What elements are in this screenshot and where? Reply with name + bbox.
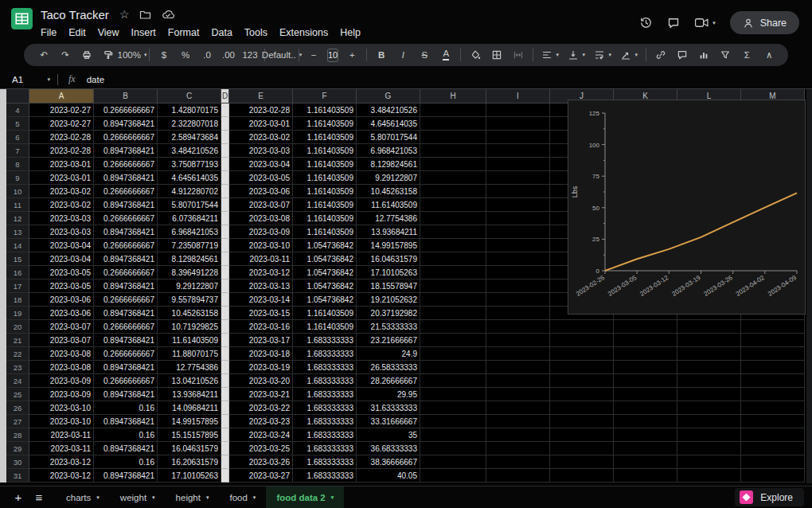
- cell-D27[interactable]: [221, 415, 229, 428]
- cell-F22[interactable]: 1.683333333: [293, 347, 357, 361]
- cell-B15[interactable]: 0.8947368421: [94, 252, 158, 266]
- menu-data[interactable]: Data: [205, 25, 237, 40]
- cell-G24[interactable]: 28.26666667: [357, 374, 420, 388]
- cell-E4[interactable]: 2023-02-28: [229, 104, 293, 117]
- cell-I17[interactable]: [486, 279, 550, 293]
- percent-format-button[interactable]: %: [175, 46, 196, 64]
- cell-I23[interactable]: [486, 361, 550, 374]
- select-all-corner[interactable]: [6, 89, 29, 104]
- cell-D18[interactable]: [221, 293, 229, 307]
- cell-J20[interactable]: [550, 320, 614, 334]
- cell-B9[interactable]: 0.8947368421: [94, 171, 158, 185]
- cell-G26[interactable]: 31.63333333: [357, 401, 420, 415]
- share-button[interactable]: Share: [730, 11, 799, 34]
- cell-G18[interactable]: 19.21052632: [357, 293, 420, 307]
- cell-L30[interactable]: [677, 455, 741, 469]
- cell-G14[interactable]: 14.99157895: [357, 239, 420, 252]
- column-header-H[interactable]: H: [420, 89, 486, 104]
- cell-E11[interactable]: 2023-03-07: [229, 198, 293, 212]
- cell-F27[interactable]: 1.683333333: [293, 415, 357, 428]
- cell-A17[interactable]: 2023-03-05: [29, 279, 94, 293]
- cell-A30[interactable]: 2023-03-12: [29, 455, 94, 469]
- cell-C5[interactable]: 2.322807018: [158, 117, 221, 131]
- cell-A19[interactable]: 2023-03-06: [29, 307, 94, 320]
- cell-A28[interactable]: 2023-03-11: [29, 428, 94, 442]
- cell-B10[interactable]: 0.2666666667: [94, 185, 158, 198]
- borders-button[interactable]: [486, 46, 507, 64]
- cell-A31[interactable]: 2023-03-12: [29, 469, 94, 483]
- collapse-toolbar-icon[interactable]: ∧: [759, 46, 779, 64]
- cell-F24[interactable]: 1.683333333: [293, 374, 357, 388]
- cell-A9[interactable]: 2023-03-01: [29, 171, 94, 185]
- star-icon[interactable]: ☆: [119, 9, 130, 20]
- cell-B18[interactable]: 0.2666666667: [94, 293, 158, 307]
- cell-E17[interactable]: 2023-03-13: [229, 279, 293, 293]
- column-header-F[interactable]: F: [293, 89, 357, 104]
- cell-I16[interactable]: [486, 266, 550, 279]
- menu-file[interactable]: File: [35, 25, 62, 40]
- cell-J26[interactable]: [550, 401, 614, 415]
- cell-E8[interactable]: 2023-03-04: [229, 158, 293, 171]
- row-header-6[interactable]: 6: [6, 131, 29, 144]
- cell-G5[interactable]: 4.645614035: [357, 117, 420, 131]
- cell-D21[interactable]: [221, 334, 229, 347]
- cell-G4[interactable]: 3.484210526: [357, 104, 420, 117]
- cell-B6[interactable]: 0.2666666667: [94, 131, 158, 144]
- cell-G8[interactable]: 8.129824561: [357, 158, 420, 171]
- row-header-14[interactable]: 14: [6, 239, 29, 252]
- cell-I20[interactable]: [486, 320, 550, 334]
- formula-input[interactable]: date: [87, 75, 104, 84]
- cell-G16[interactable]: 17.10105263: [357, 266, 420, 279]
- cell-E25[interactable]: 2023-03-21: [229, 388, 293, 401]
- cell-B13[interactable]: 0.8947368421: [94, 225, 158, 239]
- cell-D8[interactable]: [221, 158, 229, 171]
- cell-D20[interactable]: [221, 320, 229, 334]
- cell-F5[interactable]: 1.161403509: [293, 117, 357, 131]
- cell-E30[interactable]: 2023-03-26: [229, 455, 293, 469]
- cell-C17[interactable]: 9.29122807: [158, 279, 221, 293]
- cell-H24[interactable]: [420, 374, 486, 388]
- cell-F21[interactable]: 1.683333333: [293, 334, 357, 347]
- cell-B22[interactable]: 0.2666666667: [94, 347, 158, 361]
- cell-A25[interactable]: 2023-03-09: [29, 388, 94, 401]
- row-header-29[interactable]: 29: [6, 442, 29, 455]
- row-header-22[interactable]: 22: [6, 347, 29, 361]
- cell-D5[interactable]: [221, 117, 229, 131]
- row-header-9[interactable]: 9: [6, 171, 29, 185]
- cell-C24[interactable]: 13.04210526: [158, 374, 221, 388]
- cell-B16[interactable]: 0.2666666667: [94, 266, 158, 279]
- cell-L31[interactable]: [677, 469, 741, 483]
- strikethrough-button[interactable]: S: [414, 46, 435, 64]
- merge-cells-button[interactable]: [508, 46, 529, 64]
- menu-insert[interactable]: Insert: [126, 25, 162, 40]
- cell-G27[interactable]: 33.31666667: [357, 415, 420, 428]
- sheet-tab-weight[interactable]: weight▾: [110, 487, 166, 508]
- cell-D17[interactable]: [221, 279, 229, 293]
- cell-I18[interactable]: [486, 293, 550, 307]
- cell-G10[interactable]: 10.45263158: [357, 185, 420, 198]
- row-header-23[interactable]: 23: [6, 361, 29, 374]
- cell-A5[interactable]: 2023-02-27: [29, 117, 94, 131]
- cell-I11[interactable]: [486, 198, 550, 212]
- cell-H16[interactable]: [420, 266, 486, 279]
- cell-D11[interactable]: [221, 198, 229, 212]
- cell-L27[interactable]: [677, 415, 741, 428]
- cell-B31[interactable]: 0.8947368421: [94, 469, 158, 483]
- cell-B30[interactable]: 0.16: [94, 455, 158, 469]
- cell-H11[interactable]: [420, 198, 486, 212]
- row-header-7[interactable]: 7: [6, 144, 29, 158]
- cell-D23[interactable]: [221, 361, 229, 374]
- cell-D16[interactable]: [221, 266, 229, 279]
- cell-C9[interactable]: 4.645614035: [158, 171, 221, 185]
- add-sheet-button[interactable]: +: [8, 487, 29, 508]
- cell-A14[interactable]: 2023-03-04: [29, 239, 94, 252]
- cell-F23[interactable]: 1.683333333: [293, 361, 357, 374]
- font-size-input[interactable]: 10: [327, 49, 338, 62]
- cell-C18[interactable]: 9.557894737: [158, 293, 221, 307]
- cell-I13[interactable]: [486, 225, 550, 239]
- cell-D25[interactable]: [221, 388, 229, 401]
- cell-A23[interactable]: 2023-03-08: [29, 361, 94, 374]
- cell-C12[interactable]: 6.073684211: [158, 212, 221, 225]
- cell-H23[interactable]: [420, 361, 486, 374]
- column-header-D[interactable]: D: [221, 89, 229, 104]
